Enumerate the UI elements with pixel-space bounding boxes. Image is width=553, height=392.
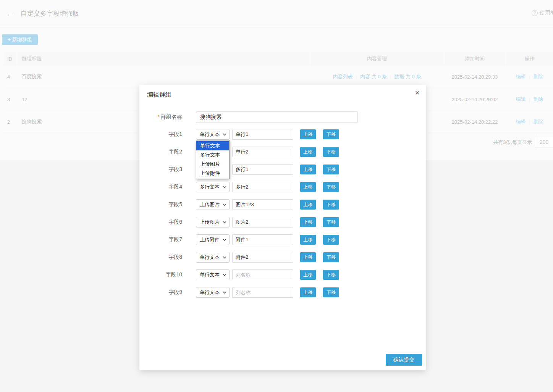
close-icon[interactable]: × [415, 89, 420, 97]
move-up-button[interactable]: 上移 [300, 200, 316, 210]
move-down-button[interactable]: 下移 [323, 287, 339, 297]
field-label: 字段6 [147, 219, 196, 226]
move-down-button[interactable]: 下移 [323, 270, 339, 280]
group-name-label: *群组名称 [147, 114, 196, 121]
field-name-input[interactable] [232, 147, 293, 157]
modal-title: 编辑群组 [147, 91, 418, 99]
field-label: 字段3 [147, 166, 196, 173]
field-type-select[interactable]: 单行文本 [196, 129, 230, 140]
field-type-value: 上传图片 [200, 201, 220, 208]
field-type-value: 单行文本 [200, 289, 220, 296]
field-type-dropdown-menu: 单行文本 多行文本 上传图片 上传附件 [196, 140, 230, 179]
field-row: 字段4 多行文本 上移 下移 [147, 182, 418, 192]
move-up-button[interactable]: 上移 [300, 147, 316, 157]
field-label: 字段2 [147, 148, 196, 155]
required-asterisk: * [158, 114, 160, 120]
field-row: 字段8 单行文本 上移 下移 [147, 252, 418, 263]
field-name-input[interactable] [232, 129, 293, 140]
chevron-down-icon [223, 203, 226, 206]
field-name-input[interactable] [232, 182, 293, 192]
move-up-button[interactable]: 上移 [300, 287, 316, 297]
field-type-select[interactable]: 上传图片 [196, 217, 230, 227]
field-type-value: 上传附件 [200, 236, 220, 243]
field-type-select[interactable]: 单行文本 [196, 252, 230, 263]
dropdown-option[interactable]: 上传附件 [196, 169, 229, 178]
dropdown-option[interactable]: 多行文本 [196, 150, 229, 160]
field-row: 字段1 单行文本 上移 下移 [147, 129, 418, 140]
field-type-select[interactable]: 单行文本 [196, 269, 230, 280]
field-row: 字段6 上传图片 上移 下移 [147, 217, 418, 227]
confirm-submit-button[interactable]: 确认提交 [386, 354, 422, 366]
field-row: 字段9 单行文本 上移 下移 [147, 287, 418, 298]
group-name-input[interactable] [196, 111, 358, 123]
field-label: 字段1 [147, 131, 196, 138]
field-name-input[interactable] [232, 252, 293, 263]
move-down-button[interactable]: 下移 [323, 235, 339, 245]
field-type-value: 上传图片 [200, 219, 220, 226]
move-down-button[interactable]: 下移 [323, 252, 339, 262]
chevron-down-icon [223, 186, 226, 188]
move-up-button[interactable]: 上移 [300, 182, 316, 192]
move-up-button[interactable]: 上移 [300, 235, 316, 245]
move-down-button[interactable]: 下移 [323, 200, 339, 210]
edit-group-form: *群组名称 单行文本 多行文本 上传图片 上传附件 字段1 单行文本 上移 下移… [147, 111, 418, 298]
field-label: 字段9 [147, 289, 196, 296]
group-name-label-text: 群组名称 [161, 114, 182, 120]
field-name-input[interactable] [232, 269, 293, 280]
move-up-button[interactable]: 上移 [300, 217, 316, 227]
field-row: 字段2 上移 下移 [147, 147, 418, 157]
chevron-down-icon [223, 256, 226, 258]
field-name-input[interactable] [232, 217, 293, 227]
field-type-value: 单行文本 [200, 131, 220, 138]
field-name-input[interactable] [232, 164, 293, 175]
field-row: 字段5 上传图片 上移 下移 [147, 199, 418, 210]
field-label: 字段8 [147, 254, 196, 261]
dropdown-option[interactable]: 上传图片 [196, 160, 229, 169]
move-down-button[interactable]: 下移 [323, 147, 339, 157]
field-type-value: 单行文本 [200, 254, 220, 261]
field-row: 字段7 上传附件 上移 下移 [147, 234, 418, 245]
chevron-down-icon [223, 221, 226, 223]
field-row: 字段10 单行文本 上移 下移 [147, 269, 418, 280]
move-down-button[interactable]: 下移 [323, 217, 339, 227]
field-label: 字段7 [147, 236, 196, 243]
field-type-select[interactable]: 单行文本 [196, 287, 230, 298]
chevron-down-icon [223, 239, 226, 241]
move-up-button[interactable]: 上移 [300, 129, 316, 139]
move-down-button[interactable]: 下移 [323, 129, 339, 139]
chevron-down-icon [223, 291, 226, 294]
field-name-input[interactable] [232, 234, 293, 245]
fields-list: 单行文本 多行文本 上传图片 上传附件 字段1 单行文本 上移 下移 字段2 上… [147, 129, 418, 298]
move-down-button[interactable]: 下移 [323, 182, 339, 192]
move-down-button[interactable]: 下移 [323, 165, 339, 174]
move-up-button[interactable]: 上移 [300, 252, 316, 262]
edit-group-modal: 编辑群组 × *群组名称 单行文本 多行文本 上传图片 上传附件 字段1 单行文… [139, 85, 426, 370]
field-label: 字段5 [147, 201, 196, 208]
field-label: 字段10 [147, 271, 196, 278]
dropdown-option[interactable]: 单行文本 [196, 141, 229, 150]
chevron-down-icon [223, 274, 226, 276]
move-up-button[interactable]: 上移 [300, 165, 316, 174]
group-name-row: *群组名称 [147, 111, 418, 123]
field-type-value: 多行文本 [200, 184, 220, 190]
field-type-select[interactable]: 多行文本 [196, 182, 230, 192]
field-type-select[interactable]: 上传图片 [196, 199, 230, 210]
field-type-value: 单行文本 [200, 271, 220, 278]
field-row: 字段3 上移 下移 [147, 164, 418, 175]
field-name-input[interactable] [232, 199, 293, 210]
move-up-button[interactable]: 上移 [300, 270, 316, 280]
field-label: 字段4 [147, 184, 196, 190]
field-name-input[interactable] [232, 287, 293, 298]
chevron-down-icon [223, 133, 226, 136]
field-type-select[interactable]: 上传附件 [196, 234, 230, 245]
